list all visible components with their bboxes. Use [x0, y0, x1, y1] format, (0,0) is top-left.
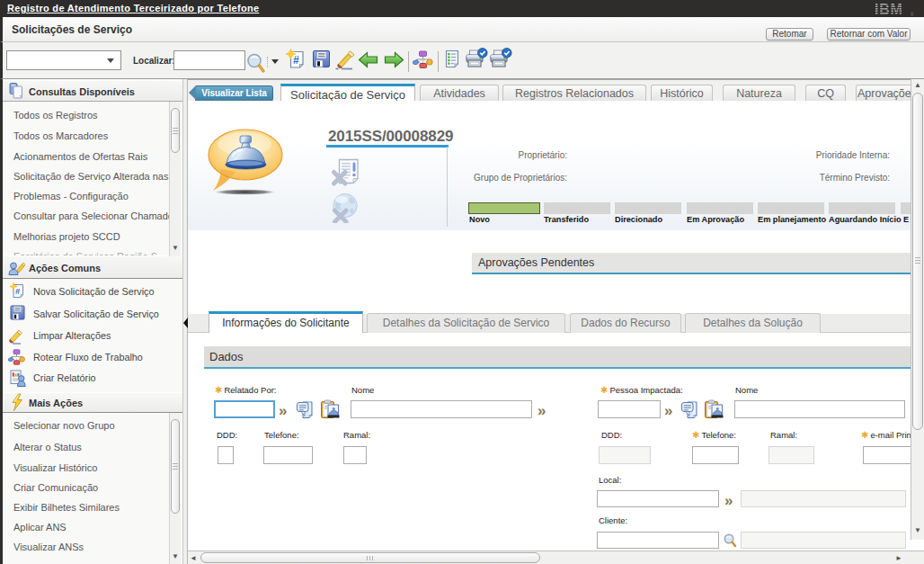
svg-text:#: # — [293, 54, 299, 67]
svg-text:IBM: IBM — [875, 3, 903, 16]
svg-text:#: # — [15, 286, 21, 296]
svg-text:®: ® — [911, 12, 914, 17]
